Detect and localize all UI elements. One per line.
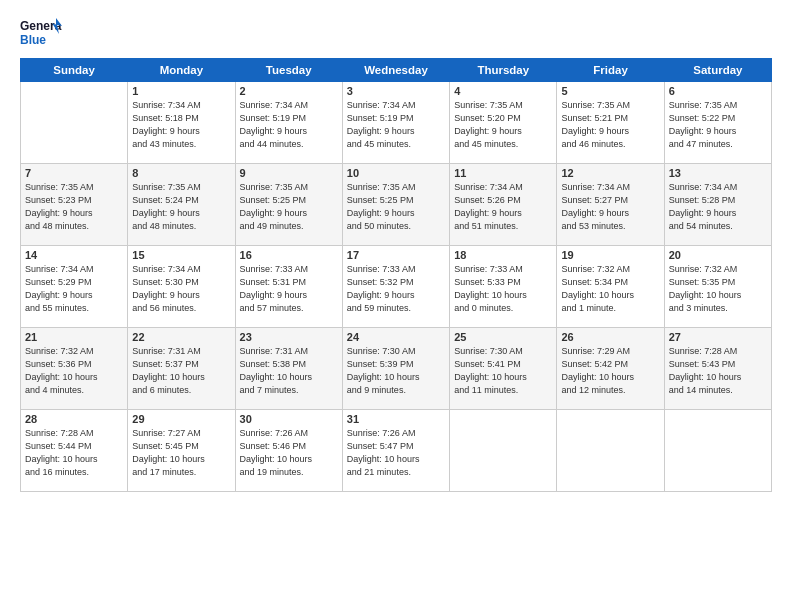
cell-info: Sunrise: 7:27 AMSunset: 5:45 PMDaylight:… xyxy=(132,427,230,479)
cell-info: Sunrise: 7:35 AMSunset: 5:25 PMDaylight:… xyxy=(240,181,338,233)
calendar-cell xyxy=(557,410,664,492)
day-number: 12 xyxy=(561,167,659,179)
day-header-wednesday: Wednesday xyxy=(342,59,449,82)
calendar-cell: 19Sunrise: 7:32 AMSunset: 5:34 PMDayligh… xyxy=(557,246,664,328)
day-number: 7 xyxy=(25,167,123,179)
calendar-cell: 14Sunrise: 7:34 AMSunset: 5:29 PMDayligh… xyxy=(21,246,128,328)
day-number: 10 xyxy=(347,167,445,179)
day-number: 13 xyxy=(669,167,767,179)
day-number: 23 xyxy=(240,331,338,343)
day-number: 17 xyxy=(347,249,445,261)
week-row-2: 14Sunrise: 7:34 AMSunset: 5:29 PMDayligh… xyxy=(21,246,772,328)
cell-info: Sunrise: 7:34 AMSunset: 5:26 PMDaylight:… xyxy=(454,181,552,233)
calendar-cell: 24Sunrise: 7:30 AMSunset: 5:39 PMDayligh… xyxy=(342,328,449,410)
cell-info: Sunrise: 7:35 AMSunset: 5:23 PMDaylight:… xyxy=(25,181,123,233)
cell-info: Sunrise: 7:33 AMSunset: 5:32 PMDaylight:… xyxy=(347,263,445,315)
calendar-cell: 30Sunrise: 7:26 AMSunset: 5:46 PMDayligh… xyxy=(235,410,342,492)
cell-info: Sunrise: 7:35 AMSunset: 5:22 PMDaylight:… xyxy=(669,99,767,151)
day-number: 2 xyxy=(240,85,338,97)
cell-info: Sunrise: 7:33 AMSunset: 5:31 PMDaylight:… xyxy=(240,263,338,315)
calendar: SundayMondayTuesdayWednesdayThursdayFrid… xyxy=(20,58,772,492)
cell-info: Sunrise: 7:26 AMSunset: 5:46 PMDaylight:… xyxy=(240,427,338,479)
calendar-cell xyxy=(21,82,128,164)
cell-info: Sunrise: 7:35 AMSunset: 5:20 PMDaylight:… xyxy=(454,99,552,151)
day-header-saturday: Saturday xyxy=(664,59,771,82)
calendar-cell: 27Sunrise: 7:28 AMSunset: 5:43 PMDayligh… xyxy=(664,328,771,410)
cell-info: Sunrise: 7:32 AMSunset: 5:36 PMDaylight:… xyxy=(25,345,123,397)
day-header-monday: Monday xyxy=(128,59,235,82)
calendar-cell: 23Sunrise: 7:31 AMSunset: 5:38 PMDayligh… xyxy=(235,328,342,410)
calendar-cell: 1Sunrise: 7:34 AMSunset: 5:18 PMDaylight… xyxy=(128,82,235,164)
day-number: 18 xyxy=(454,249,552,261)
calendar-cell: 16Sunrise: 7:33 AMSunset: 5:31 PMDayligh… xyxy=(235,246,342,328)
calendar-header-row: SundayMondayTuesdayWednesdayThursdayFrid… xyxy=(21,59,772,82)
cell-info: Sunrise: 7:34 AMSunset: 5:29 PMDaylight:… xyxy=(25,263,123,315)
day-number: 14 xyxy=(25,249,123,261)
cell-info: Sunrise: 7:29 AMSunset: 5:42 PMDaylight:… xyxy=(561,345,659,397)
cell-info: Sunrise: 7:26 AMSunset: 5:47 PMDaylight:… xyxy=(347,427,445,479)
calendar-cell: 9Sunrise: 7:35 AMSunset: 5:25 PMDaylight… xyxy=(235,164,342,246)
cell-info: Sunrise: 7:31 AMSunset: 5:37 PMDaylight:… xyxy=(132,345,230,397)
day-number: 11 xyxy=(454,167,552,179)
day-number: 31 xyxy=(347,413,445,425)
cell-info: Sunrise: 7:34 AMSunset: 5:18 PMDaylight:… xyxy=(132,99,230,151)
cell-info: Sunrise: 7:35 AMSunset: 5:25 PMDaylight:… xyxy=(347,181,445,233)
calendar-cell: 6Sunrise: 7:35 AMSunset: 5:22 PMDaylight… xyxy=(664,82,771,164)
calendar-cell xyxy=(450,410,557,492)
day-header-thursday: Thursday xyxy=(450,59,557,82)
week-row-0: 1Sunrise: 7:34 AMSunset: 5:18 PMDaylight… xyxy=(21,82,772,164)
calendar-cell: 13Sunrise: 7:34 AMSunset: 5:28 PMDayligh… xyxy=(664,164,771,246)
logo: General Blue xyxy=(20,16,62,50)
cell-info: Sunrise: 7:34 AMSunset: 5:19 PMDaylight:… xyxy=(347,99,445,151)
calendar-cell: 28Sunrise: 7:28 AMSunset: 5:44 PMDayligh… xyxy=(21,410,128,492)
day-number: 20 xyxy=(669,249,767,261)
calendar-cell: 8Sunrise: 7:35 AMSunset: 5:24 PMDaylight… xyxy=(128,164,235,246)
day-number: 4 xyxy=(454,85,552,97)
day-number: 5 xyxy=(561,85,659,97)
week-row-3: 21Sunrise: 7:32 AMSunset: 5:36 PMDayligh… xyxy=(21,328,772,410)
calendar-cell: 3Sunrise: 7:34 AMSunset: 5:19 PMDaylight… xyxy=(342,82,449,164)
calendar-cell: 21Sunrise: 7:32 AMSunset: 5:36 PMDayligh… xyxy=(21,328,128,410)
calendar-cell: 22Sunrise: 7:31 AMSunset: 5:37 PMDayligh… xyxy=(128,328,235,410)
cell-info: Sunrise: 7:34 AMSunset: 5:27 PMDaylight:… xyxy=(561,181,659,233)
calendar-cell: 2Sunrise: 7:34 AMSunset: 5:19 PMDaylight… xyxy=(235,82,342,164)
calendar-cell: 18Sunrise: 7:33 AMSunset: 5:33 PMDayligh… xyxy=(450,246,557,328)
week-row-4: 28Sunrise: 7:28 AMSunset: 5:44 PMDayligh… xyxy=(21,410,772,492)
calendar-cell: 5Sunrise: 7:35 AMSunset: 5:21 PMDaylight… xyxy=(557,82,664,164)
cell-info: Sunrise: 7:32 AMSunset: 5:34 PMDaylight:… xyxy=(561,263,659,315)
calendar-body: 1Sunrise: 7:34 AMSunset: 5:18 PMDaylight… xyxy=(21,82,772,492)
calendar-cell: 17Sunrise: 7:33 AMSunset: 5:32 PMDayligh… xyxy=(342,246,449,328)
page: General Blue SundayMondayTuesdayWednesda… xyxy=(0,0,792,612)
calendar-cell: 25Sunrise: 7:30 AMSunset: 5:41 PMDayligh… xyxy=(450,328,557,410)
cell-info: Sunrise: 7:34 AMSunset: 5:19 PMDaylight:… xyxy=(240,99,338,151)
day-header-sunday: Sunday xyxy=(21,59,128,82)
day-number: 8 xyxy=(132,167,230,179)
day-header-friday: Friday xyxy=(557,59,664,82)
day-number: 27 xyxy=(669,331,767,343)
cell-info: Sunrise: 7:30 AMSunset: 5:39 PMDaylight:… xyxy=(347,345,445,397)
day-header-tuesday: Tuesday xyxy=(235,59,342,82)
day-number: 30 xyxy=(240,413,338,425)
day-number: 22 xyxy=(132,331,230,343)
cell-info: Sunrise: 7:34 AMSunset: 5:30 PMDaylight:… xyxy=(132,263,230,315)
cell-info: Sunrise: 7:31 AMSunset: 5:38 PMDaylight:… xyxy=(240,345,338,397)
cell-info: Sunrise: 7:34 AMSunset: 5:28 PMDaylight:… xyxy=(669,181,767,233)
day-number: 28 xyxy=(25,413,123,425)
week-row-1: 7Sunrise: 7:35 AMSunset: 5:23 PMDaylight… xyxy=(21,164,772,246)
calendar-cell: 20Sunrise: 7:32 AMSunset: 5:35 PMDayligh… xyxy=(664,246,771,328)
cell-info: Sunrise: 7:30 AMSunset: 5:41 PMDaylight:… xyxy=(454,345,552,397)
svg-text:Blue: Blue xyxy=(20,33,46,47)
calendar-cell: 15Sunrise: 7:34 AMSunset: 5:30 PMDayligh… xyxy=(128,246,235,328)
calendar-cell: 10Sunrise: 7:35 AMSunset: 5:25 PMDayligh… xyxy=(342,164,449,246)
cell-info: Sunrise: 7:28 AMSunset: 5:43 PMDaylight:… xyxy=(669,345,767,397)
cell-info: Sunrise: 7:32 AMSunset: 5:35 PMDaylight:… xyxy=(669,263,767,315)
calendar-cell: 29Sunrise: 7:27 AMSunset: 5:45 PMDayligh… xyxy=(128,410,235,492)
day-number: 19 xyxy=(561,249,659,261)
day-number: 6 xyxy=(669,85,767,97)
day-number: 29 xyxy=(132,413,230,425)
day-number: 26 xyxy=(561,331,659,343)
logo-svg: General Blue xyxy=(20,16,62,50)
header: General Blue xyxy=(20,16,772,50)
cell-info: Sunrise: 7:28 AMSunset: 5:44 PMDaylight:… xyxy=(25,427,123,479)
day-number: 25 xyxy=(454,331,552,343)
